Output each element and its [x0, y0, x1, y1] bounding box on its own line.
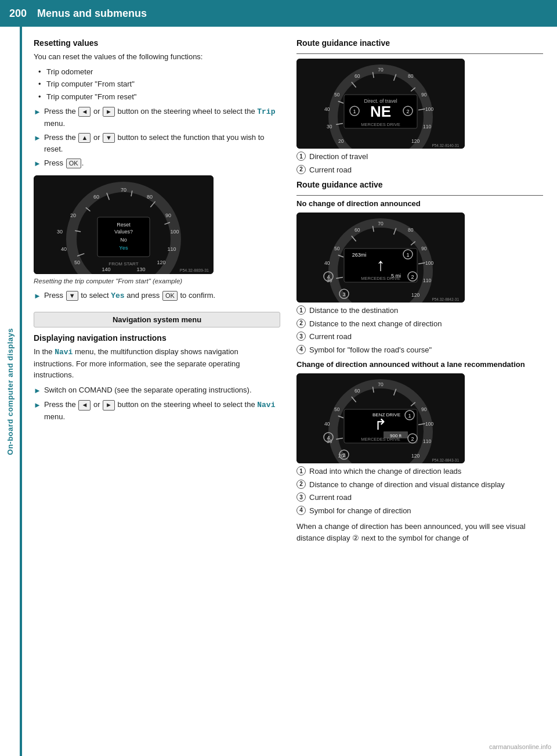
- num-badge-4: 4: [296, 506, 306, 515]
- svg-text:50: 50: [74, 260, 80, 265]
- list-item: 2 Current road: [296, 164, 543, 176]
- item-text: Symbol for "follow the road's course": [309, 344, 432, 356]
- svg-text:140: 140: [102, 267, 110, 272]
- no-change-title: No change of direction announced: [296, 199, 543, 208]
- speedometer-no-change: 50 40 30 60 70 80 90 100 110 120 ↑ 263mi: [296, 213, 465, 303]
- sidebar-label: On-board computer and displays: [6, 328, 15, 455]
- svg-text:120: 120: [157, 260, 165, 265]
- list-item: Trip odometer: [38, 66, 280, 78]
- svg-text:70: 70: [378, 67, 384, 73]
- navi-menu-label: Navi: [257, 401, 275, 409]
- svg-text:FROM START: FROM START: [108, 261, 138, 267]
- svg-text:Yes: Yes: [119, 245, 128, 251]
- list-item: 4 Symbol for "follow the road's course": [296, 344, 543, 356]
- svg-text:263mi: 263mi: [352, 252, 367, 258]
- item-text: Distance to the destination: [309, 305, 398, 316]
- svg-text:50: 50: [334, 406, 340, 412]
- navi-label: Navi: [55, 348, 73, 357]
- content-area: Resetting values You can reset the value…: [22, 27, 557, 756]
- svg-text:70: 70: [121, 187, 126, 193]
- svg-text:120: 120: [411, 138, 419, 144]
- divider: [296, 195, 543, 196]
- svg-text:60: 60: [93, 194, 99, 200]
- sidebar: On-board computer and displays: [0, 27, 22, 756]
- list-item: 2 Distance to change of direction and vi…: [296, 479, 543, 491]
- svg-text:Values?: Values?: [114, 229, 133, 235]
- num-badge-1: 1: [296, 152, 306, 161]
- closing-text: When a change of direction has been anno…: [296, 521, 543, 543]
- svg-text:40: 40: [324, 260, 330, 266]
- footer-watermark: carmanualsonline.info: [489, 743, 551, 750]
- resetting-intro: You can reset the values of the followin…: [34, 51, 280, 63]
- button-left-navi[interactable]: ◄: [78, 400, 91, 410]
- list-item: 1 Road into which the change of directio…: [296, 466, 543, 477]
- svg-text:110: 110: [423, 278, 431, 283]
- item-text: Current road: [309, 331, 352, 343]
- svg-text:1: 1: [406, 252, 409, 258]
- button-down-confirm[interactable]: ▼: [66, 291, 78, 301]
- change-without-title: Change of direction announced without a …: [296, 360, 543, 369]
- svg-text:90: 90: [165, 213, 171, 218]
- button-ok[interactable]: OK: [66, 159, 81, 168]
- nav-instr1-text: Switch on COMAND (see the separate opera…: [44, 384, 280, 396]
- main-layout: On-board computer and displays Resetting…: [0, 27, 557, 756]
- svg-text:40: 40: [61, 246, 67, 252]
- svg-text:2: 2: [406, 109, 409, 114]
- svg-text:70: 70: [378, 221, 384, 226]
- svg-text:80: 80: [147, 194, 153, 200]
- svg-text:100: 100: [425, 260, 433, 266]
- svg-text:90: 90: [421, 246, 427, 251]
- route-inactive-title: Route guidance inactive: [296, 38, 543, 48]
- svg-text:100: 100: [425, 106, 433, 112]
- svg-text:↱: ↱: [374, 416, 387, 433]
- svg-text:↑: ↑: [377, 255, 385, 274]
- list-item: 1 Direction of travel: [296, 151, 543, 163]
- speedometer-image-reset: 20 30 40 50 60 70 80 90 100 110 120 130 …: [34, 175, 214, 274]
- svg-text:BENZ DRIVE: BENZ DRIVE: [372, 412, 400, 417]
- list-item: 3 Current road: [296, 492, 543, 503]
- instruction-2: ► Press the ▲ or ▼ button to select the …: [34, 132, 280, 154]
- button-right[interactable]: ►: [103, 107, 115, 117]
- svg-text:50: 50: [334, 246, 340, 251]
- svg-text:100: 100: [425, 421, 433, 427]
- button-up[interactable]: ▲: [78, 133, 91, 143]
- svg-text:3: 3: [342, 452, 345, 458]
- svg-text:80: 80: [408, 227, 414, 233]
- item-text: Symbol for change of direction: [309, 505, 411, 517]
- list-item: 3 Current road: [296, 331, 543, 343]
- button-ok-confirm[interactable]: OK: [162, 291, 178, 301]
- svg-text:4: 4: [327, 435, 330, 441]
- svg-text:MERCEDES  DRIVE: MERCEDES DRIVE: [361, 437, 400, 442]
- button-left[interactable]: ◄: [78, 107, 91, 117]
- instruction-4: ► Press ▼ to select Yes and press OK to …: [34, 290, 280, 302]
- svg-text:P54.32-8843-31: P54.32-8843-31: [432, 458, 459, 462]
- section-nav-title: Displaying navigation instructions: [34, 333, 280, 343]
- divider: [296, 53, 543, 54]
- svg-text:70: 70: [378, 381, 384, 387]
- svg-text:40: 40: [324, 421, 330, 427]
- svg-text:NE: NE: [370, 103, 391, 120]
- svg-text:2: 2: [411, 436, 414, 442]
- num-badge-4: 4: [296, 345, 306, 354]
- svg-text:120: 120: [411, 453, 419, 459]
- list-item: Trip computer "From reset": [38, 91, 280, 103]
- button-down[interactable]: ▼: [103, 133, 115, 143]
- page-number: 200: [9, 8, 27, 20]
- instruction-1: ► Press the ◄ or ► button on the steerin…: [34, 106, 280, 129]
- svg-text:Reset: Reset: [117, 222, 131, 228]
- item-text: Road into which the change of direction …: [309, 466, 461, 477]
- svg-text:130: 130: [136, 267, 145, 272]
- svg-text:40: 40: [324, 106, 330, 112]
- item-text: Current road: [309, 492, 352, 503]
- num-badge-3: 3: [296, 332, 306, 341]
- nav-menu-box: Navigation system menu: [34, 312, 280, 327]
- svg-text:110: 110: [167, 246, 176, 252]
- button-right-navi[interactable]: ►: [103, 400, 115, 410]
- resetting-bullet-list: Trip odometer Trip computer "From start"…: [34, 66, 280, 103]
- num-badge-2: 2: [296, 319, 306, 328]
- svg-text:P54.32-8842-31: P54.32-8842-31: [432, 297, 459, 301]
- right-column: Route guidance inactive: [296, 38, 543, 744]
- arrow-icon: ►: [34, 399, 41, 411]
- svg-text:90: 90: [421, 406, 427, 412]
- yes-label: Yes: [111, 291, 124, 300]
